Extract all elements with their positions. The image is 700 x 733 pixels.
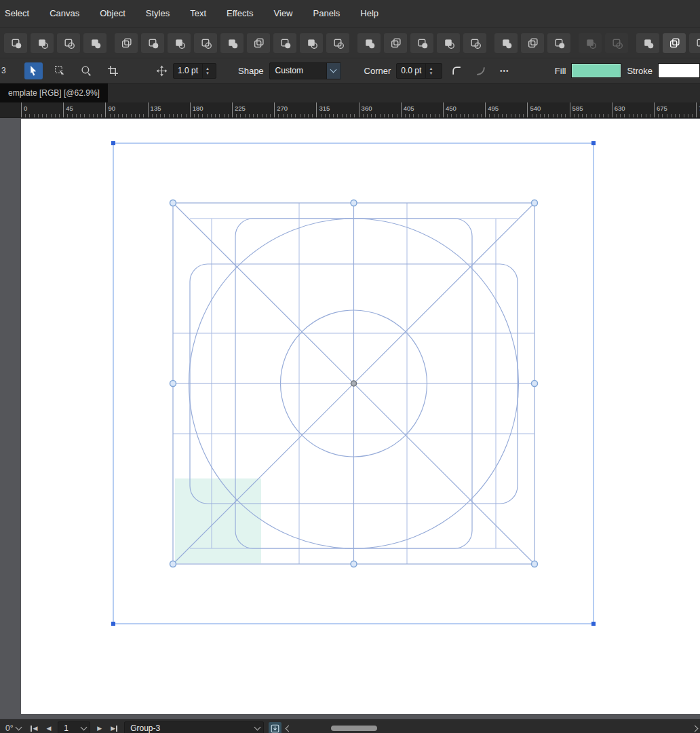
corner-spinner[interactable]: ▲▼ (425, 64, 435, 78)
ruler-tick: 315 (316, 102, 317, 117)
ruler-tick: 225 (232, 102, 233, 117)
stroke-width-field[interactable]: 1.0 pt ▲▼ (173, 63, 216, 79)
scroll-left-icon[interactable] (286, 725, 292, 732)
menu-select[interactable]: Select (1, 0, 39, 27)
distribute-button[interactable] (521, 33, 544, 53)
insert-target-button[interactable] (269, 722, 281, 733)
boolean-divide-button[interactable] (194, 33, 217, 53)
new-view-icon (669, 37, 680, 49)
cursor-icon (28, 65, 39, 77)
first-page-icon: ◀ (33, 725, 37, 732)
shape-label: Shape (238, 66, 264, 76)
preview-mode-button[interactable] (636, 33, 659, 53)
scrollbar-thumb[interactable] (331, 726, 377, 731)
shape-chevron[interactable] (326, 63, 341, 79)
move-tool-button[interactable] (24, 62, 43, 79)
move-back-one-button[interactable] (410, 33, 433, 53)
corner-bay-button[interactable] (471, 62, 490, 79)
menu-effects[interactable]: Effects (216, 0, 264, 27)
boolean-subtract-button[interactable] (141, 33, 164, 53)
insert-behind-button[interactable] (247, 33, 270, 53)
center-point-handle[interactable] (351, 381, 357, 386)
rotate-canvas-button[interactable] (689, 33, 700, 53)
menu-styles[interactable]: Styles (136, 0, 180, 27)
move-forward-one-icon (390, 37, 402, 49)
canvas-viewport[interactable] (0, 118, 700, 719)
document-tab-title: emplate [RGB] [@62.9%] (8, 88, 100, 98)
menu-object[interactable]: Object (90, 0, 136, 27)
move-to-front-button[interactable] (357, 33, 381, 53)
page-number-value: 1 (58, 723, 77, 733)
document-tab[interactable]: emplate [RGB] [@62.9%] (0, 83, 108, 102)
box-select-tool-button[interactable] (51, 62, 69, 79)
concave-corner-icon (475, 65, 486, 77)
layer-select[interactable]: Group-3 (124, 721, 264, 733)
clipped-field-value: 3 (1, 66, 8, 75)
layer-select-value: Group-3 (125, 723, 251, 733)
artboard[interactable] (21, 119, 700, 714)
first-page-button[interactable]: ◀ (28, 725, 39, 732)
stroke-swatch[interactable] (658, 63, 700, 78)
menu-panels[interactable]: Panels (303, 0, 351, 27)
menu-canvas[interactable]: Canvas (39, 0, 90, 27)
corner-field[interactable]: 0.0 pt ▲▼ (396, 63, 442, 79)
previous-page-button[interactable]: ◀ (44, 725, 53, 732)
move-to-back-button[interactable] (437, 33, 460, 53)
boolean-add-button[interactable] (115, 33, 138, 53)
boolean-add-icon (121, 37, 132, 49)
ruler[interactable]: 0459013518022527031536040545049554058563… (0, 102, 700, 118)
menu-text[interactable]: Text (180, 0, 216, 27)
toolbar-group (494, 33, 570, 53)
canvas-area[interactable] (0, 118, 700, 719)
group-objects-button[interactable] (463, 33, 486, 53)
transform-origin-toggle-button[interactable] (31, 33, 54, 53)
circle-cursor-icon (81, 65, 92, 77)
chevron-down-icon (330, 67, 337, 73)
boolean-combine-button[interactable] (220, 33, 244, 53)
scroll-right-icon[interactable] (692, 725, 699, 732)
corner-rounded-button[interactable] (448, 62, 466, 79)
insert-inside-icon (271, 724, 279, 733)
alignment-icon (501, 37, 512, 49)
cycle-selection-box-button[interactable] (57, 33, 80, 53)
move-to-back-icon (443, 37, 454, 49)
edit-all-layers-icon (90, 37, 101, 49)
shape-select[interactable]: Custom (269, 62, 341, 79)
ruler-tick: 360 (359, 102, 359, 117)
boolean-intersect-button[interactable] (168, 33, 191, 53)
insert-on-top-button[interactable] (300, 33, 323, 53)
move-anchor-icon (156, 65, 168, 77)
more-options-button[interactable]: ••• (495, 62, 513, 79)
menu-view[interactable]: View (264, 0, 303, 27)
frame-tool-button[interactable] (104, 62, 122, 79)
preview-mode-icon (642, 37, 654, 49)
rotation-dropdown[interactable]: 0° (3, 723, 24, 733)
stroke-width-spinner[interactable]: ▲▼ (202, 64, 212, 78)
insert-inside-button[interactable] (273, 33, 296, 53)
menu-help[interactable]: Help (350, 0, 389, 27)
next-page-button[interactable]: ▶ (95, 725, 104, 732)
last-page-icon: ▶ (111, 725, 115, 732)
new-view-button[interactable] (663, 33, 686, 53)
move-forward-one-button[interactable] (384, 33, 407, 53)
alignment-button[interactable] (494, 33, 518, 53)
slice-export-button[interactable] (579, 33, 602, 53)
fill-swatch[interactable] (571, 63, 621, 78)
ellipsis-icon: ••• (500, 67, 509, 75)
transform-origin-toggle-icon (37, 37, 48, 49)
selection-brush-tool-button[interactable] (77, 62, 96, 79)
last-page-button[interactable]: ▶ (109, 725, 119, 732)
snapping-button[interactable] (4, 33, 27, 53)
corner-label: Corner (364, 66, 391, 76)
crop-to-selection-button[interactable] (547, 33, 570, 53)
ruler-tick: 135 (148, 102, 149, 117)
edit-all-layers-button[interactable] (83, 33, 106, 53)
continuous-export-button[interactable] (605, 33, 628, 53)
cycle-selection-box-icon (63, 37, 75, 49)
horizontal-scrollbar[interactable] (298, 724, 685, 732)
page-number-select[interactable]: 1 (58, 721, 90, 733)
replace-selection-button[interactable] (326, 33, 349, 53)
ruler-tick: 675 (654, 102, 655, 117)
chevron-down-icon (254, 724, 260, 731)
crop-to-selection-icon (553, 37, 565, 49)
